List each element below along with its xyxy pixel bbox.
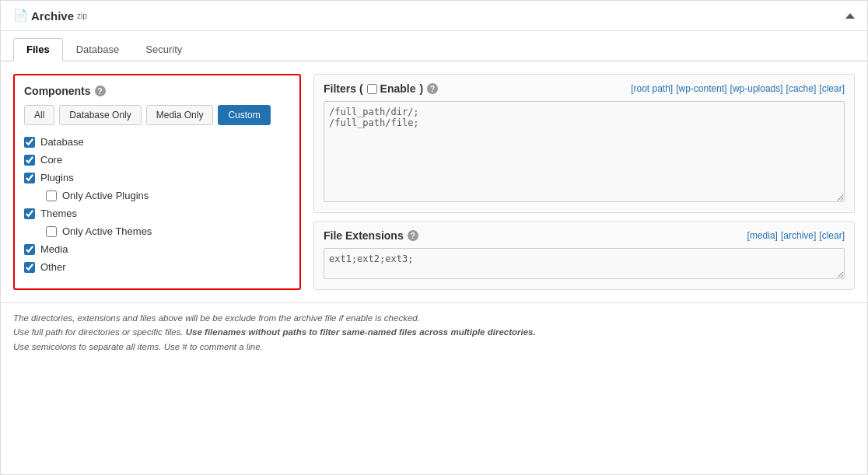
file-icon: 📄 xyxy=(13,9,28,23)
extensions-title: File Extensions ? xyxy=(324,229,418,242)
filters-title-text: Filters ( xyxy=(324,82,363,95)
checkbox-media[interactable]: Media xyxy=(24,243,290,255)
tab-security[interactable]: Security xyxy=(132,38,195,61)
checkbox-core[interactable]: Core xyxy=(24,154,290,166)
filters-section-header: Filters ( Enable ) ? [root path] [wp-con… xyxy=(324,82,845,95)
filter-btn-custom[interactable]: Custom xyxy=(218,105,270,125)
zip-label: zip xyxy=(77,12,87,20)
checkbox-themes[interactable]: Themes xyxy=(24,208,290,219)
enable-checkbox[interactable] xyxy=(367,84,377,94)
components-help-icon[interactable]: ? xyxy=(95,86,106,96)
checkbox-themes-input[interactable] xyxy=(24,208,35,219)
extensions-title-text: File Extensions xyxy=(324,229,404,242)
extensions-help-icon[interactable]: ? xyxy=(408,230,418,241)
footer-note: The directories, extensions and files ab… xyxy=(1,302,867,361)
filter-link-clear[interactable]: [clear] xyxy=(819,83,845,94)
checkbox-media-input[interactable] xyxy=(24,244,35,255)
components-title: Components ? xyxy=(24,85,290,97)
checkbox-database[interactable]: Database xyxy=(24,136,290,148)
checkbox-only-active-themes-label: Only Active Themes xyxy=(62,225,152,237)
checkbox-other[interactable]: Other xyxy=(24,261,290,273)
ext-link-clear[interactable]: [clear] xyxy=(819,230,845,241)
filter-btn-media-only[interactable]: Media Only xyxy=(146,105,214,125)
checkbox-only-active-themes[interactable]: Only Active Themes xyxy=(24,225,290,237)
checkbox-core-label: Core xyxy=(40,154,62,166)
checkbox-plugins-input[interactable] xyxy=(24,173,35,183)
filters-section: Filters ( Enable ) ? [root path] [wp-con… xyxy=(313,74,855,213)
extensions-links: [media] [archive] [clear] xyxy=(747,230,845,241)
checkbox-database-input[interactable] xyxy=(24,137,35,148)
checkbox-plugins-label: Plugins xyxy=(40,172,74,183)
tabs-bar: Files Database Security xyxy=(1,31,867,61)
filters-title-end: ) xyxy=(419,82,423,95)
filters-links: [root path] [wp-content] [wp-uploads] [c… xyxy=(631,83,845,94)
filter-link-cache[interactable]: [cache] xyxy=(786,83,817,94)
enable-label: Enable xyxy=(380,82,416,95)
components-panel: Components ? All Database Only Media Onl… xyxy=(13,74,301,290)
filter-btn-database-only[interactable]: Database Only xyxy=(59,105,141,125)
right-panel: Filters ( Enable ) ? [root path] [wp-con… xyxy=(313,74,855,290)
components-label: Components xyxy=(24,85,91,97)
main-content: Components ? All Database Only Media Onl… xyxy=(1,61,867,302)
filters-textarea[interactable]: /full_path/dir/; /full_path/file; xyxy=(324,101,845,202)
filters-title: Filters ( Enable ) ? xyxy=(324,82,438,95)
filters-help-icon[interactable]: ? xyxy=(427,83,438,94)
extensions-textarea-wrapper: ext1;ext2;ext3; xyxy=(324,248,845,281)
collapse-icon[interactable] xyxy=(845,13,855,19)
checkbox-database-label: Database xyxy=(40,136,84,148)
archive-title: Archive xyxy=(31,9,74,23)
checkbox-other-label: Other xyxy=(40,261,66,273)
extensions-section: File Extensions ? [media] [archive] [cle… xyxy=(313,221,855,290)
extensions-textarea[interactable]: ext1;ext2;ext3; xyxy=(324,248,845,279)
extensions-section-header: File Extensions ? [media] [archive] [cle… xyxy=(324,229,845,242)
ext-link-media[interactable]: [media] xyxy=(747,230,778,241)
checkbox-plugins[interactable]: Plugins xyxy=(24,172,290,183)
checkbox-only-active-themes-input[interactable] xyxy=(46,226,57,237)
checkbox-only-active-plugins[interactable]: Only Active Plugins xyxy=(24,190,290,201)
page-title: 📄 Archive zip xyxy=(13,9,87,23)
footer-line2-bold: Use filenames without paths to filter sa… xyxy=(186,327,536,337)
page-header: 📄 Archive zip xyxy=(1,1,867,31)
checkbox-core-input[interactable] xyxy=(24,155,35,166)
filter-link-root-path[interactable]: [root path] xyxy=(631,83,673,94)
checkbox-media-label: Media xyxy=(40,243,68,255)
filter-link-wp-uploads[interactable]: [wp-uploads] xyxy=(730,83,783,94)
tab-database[interactable]: Database xyxy=(63,38,133,61)
checkbox-themes-label: Themes xyxy=(40,208,77,219)
footer-line2-plain: Use full path for directories or specifi… xyxy=(13,327,186,337)
filter-link-wp-content[interactable]: [wp-content] xyxy=(676,83,726,94)
footer-line2: Use full path for directories or specifi… xyxy=(13,325,855,339)
checkbox-only-active-plugins-input[interactable] xyxy=(46,190,57,201)
ext-link-archive[interactable]: [archive] xyxy=(781,230,816,241)
footer-line1: The directories, extensions and files ab… xyxy=(13,311,855,325)
components-checkbox-list: Database Core Plugins Only Active Plugin… xyxy=(24,136,290,273)
enable-check-label[interactable]: Enable xyxy=(367,82,416,95)
checkbox-other-input[interactable] xyxy=(24,262,35,273)
checkbox-only-active-plugins-label: Only Active Plugins xyxy=(62,190,149,201)
filter-buttons-group: All Database Only Media Only Custom xyxy=(24,105,290,125)
filter-btn-all[interactable]: All xyxy=(24,105,54,125)
filters-textarea-wrapper: /full_path/dir/; /full_path/file; xyxy=(324,101,845,204)
tab-files[interactable]: Files xyxy=(13,38,63,61)
footer-line3: Use semicolons to separate all items. Us… xyxy=(13,340,855,354)
